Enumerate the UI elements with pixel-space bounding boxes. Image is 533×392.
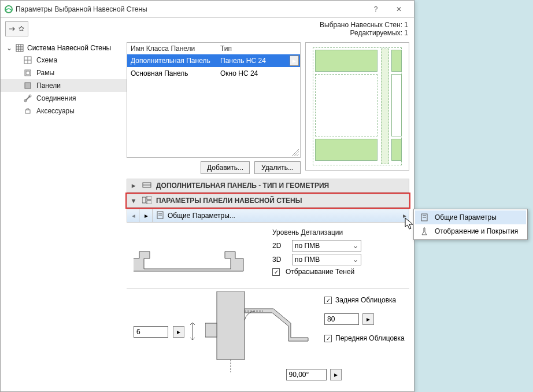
chevron-right-icon: ▸ [132, 182, 138, 190]
svg-rect-14 [25, 110, 30, 113]
label-3d: 3D [272, 256, 286, 264]
joint-icon [24, 94, 32, 102]
page-navigator: ◂ ▸ Общие Параметры... ▸ [127, 209, 409, 223]
geometry-icon [142, 181, 151, 191]
accordion-label: ПАРАМЕТРЫ ПАНЕЛИ НАВЕСНОЙ СТЕНЫ [156, 197, 302, 205]
back-cladding-input[interactable] [324, 313, 359, 325]
accordion-type-geometry[interactable]: ▸ ДОПОЛНИТЕЛЬНАЯ ПАНЕЛЬ - ТИП И ГЕОМЕТРИ… [127, 179, 409, 193]
checkbox-shadows[interactable]: ✓ [272, 268, 280, 276]
system-icon [16, 44, 24, 52]
thickness-input[interactable] [134, 326, 168, 338]
front-cladding-label: Передняя Облицовка [335, 334, 405, 342]
chevron-right-icon: ▸ [401, 212, 409, 220]
nav-next-button[interactable]: ▸ [140, 209, 153, 222]
angle-popup-button[interactable]: ▸ [330, 369, 342, 380]
add-button[interactable]: Добавить... [201, 161, 250, 174]
popup-item-general[interactable]: Общие Параметры [415, 210, 526, 224]
svg-rect-23 [217, 291, 245, 360]
row-name: Основная Панель [127, 68, 217, 79]
delete-button[interactable]: Удалить... [254, 161, 301, 174]
header-row: Выбрано Навесных Стен: 1 Редактируемых: … [1, 18, 414, 40]
title-bar: Параметры Выбранной Навесной Стены ? ✕ [1, 1, 414, 18]
resize-handle-icon[interactable] [292, 149, 299, 156]
accordion-label: ДОПОЛНИТЕЛЬНАЯ ПАНЕЛЬ - ТИП И ГЕОМЕТРИЯ [156, 182, 329, 190]
row-name: Дополнительная Панель [127, 56, 217, 66]
tree-sidebar: ⌄ Система Навесной Стены Схема Рамы Пане… [1, 40, 127, 391]
sidebar-item-label: Панели [36, 82, 61, 90]
tree-root-label: Система Навесной Стены [27, 44, 111, 52]
panel-icon [24, 82, 32, 90]
sidebar-item-label: Рамы [36, 69, 54, 77]
svg-rect-19 [147, 201, 151, 204]
svg-rect-18 [147, 196, 151, 199]
sidebar-item-frames[interactable]: Рамы [1, 66, 127, 79]
page-dropdown-label: Общие Параметры... [168, 212, 235, 220]
chevron-down-icon: ▾ [132, 197, 138, 205]
accessory-icon [24, 107, 32, 115]
accordion-panel-params[interactable]: ▾ ПАРАМЕТРЫ ПАНЕЛИ НАВЕСНОЙ СТЕНЫ [127, 194, 409, 208]
popup-item-label: Общие Параметры [435, 213, 497, 221]
checkbox-front-cladding[interactable]: ✓ [324, 335, 332, 342]
svg-rect-17 [142, 197, 146, 203]
svg-rect-10 [26, 71, 29, 75]
sidebar-item-panels[interactable]: Панели [1, 79, 127, 92]
svg-rect-11 [25, 83, 31, 88]
dialog-window: Параметры Выбранной Навесной Стены ? ✕ В… [0, 0, 414, 392]
detail-level-group: Уровень Детализации 2D по ПМВ ⌄ 3D по ПМ… [272, 228, 361, 280]
list-row[interactable]: Основная Панель Окно НС 24 [127, 67, 300, 80]
sidebar-item-label: Соединения [36, 94, 76, 102]
profile-2d-preview [134, 240, 261, 280]
chevron-down-icon: ⌄ [6, 44, 12, 52]
row-flyout-button[interactable]: ▸ [290, 56, 299, 66]
sidebar-item-label: Аксессуары [36, 107, 75, 115]
checkbox-back-cladding[interactable]: ✓ [324, 297, 332, 304]
detail-level-title: Уровень Детализации [272, 228, 361, 236]
back-cladding-label: Задняя Облицовка [335, 296, 396, 304]
frame-icon [24, 69, 32, 77]
combo-value: по ПМВ [295, 242, 353, 250]
selection-summary: Выбрано Навесных Стен: 1 Редактируемых: … [320, 21, 408, 37]
selected-count: Выбрано Навесных Стен: 1 [320, 21, 408, 29]
preview-pane [305, 42, 409, 171]
brush-icon [420, 227, 429, 236]
separator [127, 289, 409, 289]
page-popup-menu: Общие Параметры Отображение и Покрытия [413, 209, 528, 240]
panel-class-list[interactable]: Имя Класса Панели Тип Дополнительная Пан… [127, 42, 301, 158]
page-dropdown[interactable]: Общие Параметры... [153, 211, 401, 221]
sidebar-item-label: Схема [36, 56, 57, 64]
list-header: Имя Класса Панели Тип [127, 43, 300, 54]
list-row[interactable]: Дополнительная Панель Панель НС 24 ▸ [127, 54, 300, 67]
help-button[interactable]: ? [364, 1, 387, 17]
tree-root-item[interactable]: ⌄ Система Навесной Стены [1, 42, 127, 54]
page-icon [420, 213, 429, 222]
col-name[interactable]: Имя Класса Панели [127, 43, 217, 54]
angle-input[interactable] [286, 369, 327, 380]
back-cladding-popup-button[interactable]: ▸ [362, 313, 374, 325]
params-icon [142, 196, 151, 206]
favorites-button[interactable] [5, 21, 28, 36]
combo-2d-detail[interactable]: по ПМВ ⌄ [292, 240, 361, 252]
app-icon [4, 5, 13, 14]
dimension-icon [189, 323, 196, 342]
sidebar-item-accessories[interactable]: Аксессуары [1, 105, 127, 117]
profile-3d-preview [205, 291, 315, 372]
svg-point-0 [5, 6, 12, 13]
popup-item-display[interactable]: Отображение и Покрытия [415, 224, 526, 238]
thickness-popup-button[interactable]: ▸ [173, 326, 184, 338]
arrow-icon [9, 25, 17, 33]
chevron-down-icon: ⌄ [353, 256, 358, 264]
combo-3d-detail[interactable]: по ПМВ ⌄ [292, 254, 361, 265]
sidebar-item-joints[interactable]: Соединения [1, 92, 127, 105]
chevron-down-icon: ⌄ [353, 242, 358, 250]
row-type: Панель НС 24 [217, 56, 290, 66]
star-icon [18, 25, 25, 32]
page-icon [156, 211, 164, 221]
editable-count: Редактируемых: 1 [320, 29, 408, 37]
main-panel: Имя Класса Панели Тип Дополнительная Пан… [127, 40, 414, 391]
col-type[interactable]: Тип [217, 43, 300, 54]
window-title: Параметры Выбранной Навесной Стены [13, 5, 364, 13]
sidebar-item-scheme[interactable]: Схема [1, 54, 127, 66]
svg-rect-1 [16, 45, 23, 51]
close-button[interactable]: ✕ [387, 1, 410, 17]
nav-prev-button[interactable]: ◂ [127, 209, 140, 222]
